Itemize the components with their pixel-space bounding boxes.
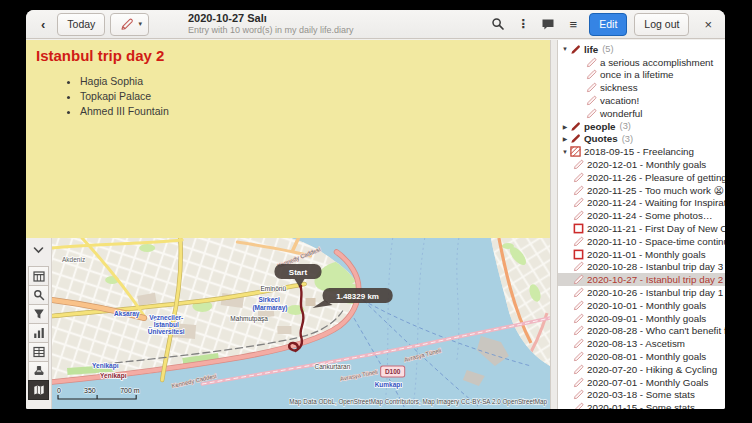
map-attribution: Map Data ODbL, OpenStreetMap Contributor… <box>289 398 547 406</box>
sidebar-entry-row[interactable]: 2020-07-20 - Hiking & Cycling <box>558 363 725 376</box>
svg-text:D100: D100 <box>385 369 401 376</box>
expander-closed-icon[interactable]: ▶ <box>560 135 570 142</box>
sidebar-entry-row[interactable]: 2020-07-01 - Monthly Goals <box>558 376 725 389</box>
route-map[interactable]: Akdeniz Aksaray Vezneciler- İstanbul Üni… <box>52 238 550 409</box>
entry-label: 2020-10-26 - Istanbul trip day 1 <box>587 287 723 298</box>
bullet-item: Hagia Sophia <box>80 74 540 89</box>
entry-label: once in a lifetime <box>600 69 674 80</box>
sidebar-entry-row[interactable]: sickness <box>558 81 725 94</box>
entry-label: 2018-09-15 - Freelancing <box>584 146 694 157</box>
sidebar-entry-row[interactable]: 2020-11-25 - Too much work 😫 <box>558 184 725 197</box>
entry-label: 2020-08-01 - Monthly goals <box>587 351 706 362</box>
pencil-outline-icon <box>573 159 586 170</box>
entry-editor[interactable]: Istanbul trip day 2 Hagia Sophia Topkapi… <box>26 40 550 238</box>
sidebar-entry-row[interactable]: 2020-03-18 - Some stats <box>558 389 725 402</box>
entry-label: life <box>584 44 598 55</box>
collapse-chevron-icon[interactable] <box>28 240 49 260</box>
edit-entry-menubutton[interactable]: ▾ <box>110 13 149 36</box>
sidebar-entry-row[interactable]: 2020-11-10 - Space-time continuum <box>558 235 725 248</box>
edit-button[interactable]: Edit <box>589 13 627 36</box>
stamp-button[interactable] <box>28 361 49 381</box>
sidebar-entry-row[interactable]: 2020-10-28 - Istanbul trip day 3 <box>558 261 725 274</box>
search-button[interactable] <box>489 15 507 33</box>
sidebar-entry-row[interactable]: 2020-12-01 - Monthly goals <box>558 158 725 171</box>
sidebar-entry-row[interactable]: 2020-10-27 - Istanbul trip day 2 <box>558 273 725 286</box>
svg-text:Akdeniz: Akdeniz <box>62 256 85 263</box>
svg-text:Yenikapı: Yenikapı <box>100 372 127 380</box>
sidebar-entry-row[interactable]: 2020-10-01 - Monthly goals <box>558 299 725 312</box>
sidebar-entry-row[interactable]: 2020-01-15 - Some stats <box>558 401 725 409</box>
entry-label: people <box>584 121 616 132</box>
pencil-outline-icon <box>586 95 599 106</box>
sidebar-entry-row[interactable]: 2020-11-24 - Some photos… <box>558 209 725 222</box>
calendar-button[interactable] <box>28 266 49 286</box>
close-window-button[interactable]: × <box>699 17 717 32</box>
sidebar-tag-row[interactable]: ▼life(5) <box>558 43 725 56</box>
expander-open-icon[interactable]: ▼ <box>560 46 570 52</box>
sidebar-entry-row[interactable]: vacation! <box>558 94 725 107</box>
sidebar-entry-row[interactable]: a serious accomplishment <box>558 56 725 69</box>
sidebar-entry-row[interactable]: 2020-08-28 - Who can't benefit from … <box>558 325 725 338</box>
map-toolbar <box>26 238 52 409</box>
pencil-outline-icon <box>573 274 586 285</box>
pencil-outline-icon <box>573 185 586 196</box>
template-icon <box>570 146 583 157</box>
checkbox-icon <box>573 249 586 260</box>
entry-label: 2020-03-18 - Some stats <box>587 389 695 400</box>
main-content: Istanbul trip day 2 Hagia Sophia Topkapi… <box>26 40 725 409</box>
entry-title: Istanbul trip day 2 <box>36 47 540 64</box>
pencil-icon <box>117 15 135 33</box>
filter-button[interactable] <box>28 304 49 324</box>
pencil-solid-icon <box>570 121 583 132</box>
pane-divider[interactable] <box>550 40 558 409</box>
checkbox-icon <box>573 223 586 234</box>
expander-open-icon[interactable]: ▼ <box>560 149 570 155</box>
sidebar-entry-row[interactable]: wonderful <box>558 107 725 120</box>
pencil-outline-icon <box>573 210 586 221</box>
sidebar-entry-row[interactable]: 2020-10-26 - Istanbul trip day 1 <box>558 286 725 299</box>
table-button[interactable] <box>28 342 49 362</box>
sidebar-entry-row[interactable]: once in a lifetime <box>558 69 725 82</box>
search-entries-button[interactable] <box>28 285 49 305</box>
svg-text:350: 350 <box>84 387 96 394</box>
svg-text:İstanbul: İstanbul <box>154 321 179 328</box>
header-right-controls: ⋮ ≡ Edit Log out × <box>489 13 717 36</box>
entry-label: 2020-07-01 - Monthly Goals <box>587 377 708 388</box>
bullet-item: Ahmed III Fountain <box>80 104 540 119</box>
entry-label: 2020-11-21 - First Day of New Covid R… <box>587 223 725 234</box>
entry-count: (3) <box>622 134 633 144</box>
desktop-background: ‹ Today ▾ 2020-10-27 Salı Entry with 10 … <box>0 0 752 423</box>
entry-label: 2020-11-24 - Some photos… <box>587 210 713 221</box>
road-shield-d100: D100 <box>381 366 405 377</box>
expander-closed-icon[interactable]: ▶ <box>560 123 570 130</box>
sidebar-entry-row[interactable]: 2020-11-01 - Monthly goals <box>558 248 725 261</box>
sidebar-entry-row[interactable]: ▼2018-09-15 - Freelancing <box>558 145 725 158</box>
sidebar-entry-row[interactable]: 2020-11-21 - First Day of New Covid R… <box>558 222 725 235</box>
entry-label: 2020-12-01 - Monthly goals <box>587 159 706 170</box>
sidebar-entry-row[interactable]: 2020-08-13 - Ascetism <box>558 337 725 350</box>
svg-text:Yenikapı: Yenikapı <box>92 362 119 370</box>
annotation-chat-button[interactable] <box>539 15 557 33</box>
header-bar: ‹ Today ▾ 2020-10-27 Salı Entry with 10 … <box>26 10 725 39</box>
today-button[interactable]: Today <box>57 13 105 36</box>
pencil-outline-icon <box>573 236 586 247</box>
sidebar-tree: ▼life(5)a serious accomplishmentonce in … <box>558 40 725 409</box>
logout-button[interactable]: Log out <box>634 13 689 36</box>
sidebar-entry-row[interactable]: 2020-11-26 - Pleasure of getting exac… <box>558 171 725 184</box>
entry-subtitle: Entry with 10 word(s) in my daily life.d… <box>188 26 398 35</box>
svg-text:Sirkeci: Sirkeci <box>258 296 280 303</box>
statistics-button[interactable] <box>28 323 49 343</box>
sidebar-entry-row[interactable]: 2020-08-01 - Monthly goals <box>558 350 725 363</box>
menu-kebab-button[interactable]: ⋮ <box>514 15 532 33</box>
sidebar-entry-row[interactable]: 2020-11-24 - Waiting for Inspiration… <box>558 197 725 210</box>
sidebar-tag-row[interactable]: ▶people(3) <box>558 120 725 133</box>
sidebar-tag-row[interactable]: ▶Quotes(3) <box>558 133 725 146</box>
pencil-outline-icon <box>586 57 599 68</box>
sidebar-entry-row[interactable]: 2020-09-01 - Monthly goals <box>558 312 725 325</box>
hamburger-menu-button[interactable]: ≡ <box>564 15 582 33</box>
pencil-solid-icon <box>570 44 583 55</box>
entry-label: 2020-10-27 - Istanbul trip day 2 <box>587 274 723 285</box>
entry-label: 2020-11-01 - Monthly goals <box>587 249 706 260</box>
back-button[interactable]: ‹ <box>34 14 52 35</box>
map-button[interactable] <box>28 380 49 400</box>
